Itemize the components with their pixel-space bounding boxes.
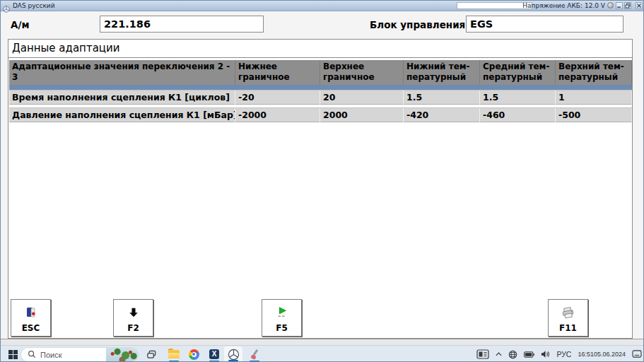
start-button[interactable] — [5, 346, 21, 362]
column-header-lower-limit: Нижнее граничное знач... — [235, 60, 320, 85]
esc-button[interactable]: ESC — [11, 299, 51, 337]
window-bottom-frame — [1, 339, 644, 345]
section-title: Данные адаптации — [8, 39, 633, 58]
titlebar-text-field[interactable] — [457, 2, 532, 9]
window-title: DAS русский — [13, 2, 55, 9]
clock-time: 16:51 — [578, 351, 594, 358]
f2-button[interactable]: F2 — [113, 299, 153, 337]
clock-date: 05.06.2024 — [594, 351, 626, 358]
folder-icon — [168, 350, 180, 358]
cell-mid-temp: 1.5 — [480, 90, 556, 105]
search-daily-image — [106, 347, 139, 362]
paint-app-button[interactable] — [245, 346, 264, 362]
table-row-clutch-fill-pressure[interactable]: Давление наполнения сцепления К1 [мБар]:… — [9, 107, 632, 122]
column-header-upper-limit: Верхнее граничное знач... — [320, 60, 404, 85]
vehicle-model-label: А/м — [11, 19, 29, 30]
column-header-low-temp: Нижний тем-пературный ... — [404, 60, 480, 85]
das-application-window: DAS русский Напряжение АКБ: 12.0 V А/м 2… — [0, 0, 644, 362]
clock[interactable]: 16:51 05.06.2024 — [578, 351, 626, 358]
exit-door-icon — [11, 304, 50, 321]
selected-row-highlight — [9, 85, 632, 90]
vehicle-model-field[interactable]: 221.186 — [100, 16, 264, 33]
cell-high-temp: 1 — [556, 90, 632, 105]
notification-center-button[interactable] — [632, 350, 642, 358]
excel-button[interactable]: X — [205, 346, 223, 362]
windows-logo-icon — [8, 350, 18, 359]
speaker-icon[interactable] — [541, 350, 550, 358]
chrome-button[interactable] — [185, 346, 203, 362]
cell-upper-limit: 20 — [320, 90, 404, 105]
paint-brush-icon — [250, 349, 260, 360]
cell-low-temp: -420 — [404, 108, 480, 123]
cell-low-temp: 1.5 — [404, 90, 480, 105]
mercedes-icon — [228, 349, 240, 361]
control-unit-label: Блок управления — [370, 19, 465, 30]
row-label: Давление наполнения сцепления К1 [мБар]: — [9, 108, 235, 123]
printer-icon — [549, 304, 587, 321]
row-label: Время наполнения сцепления К1 [циклов] — [9, 90, 235, 105]
table-row-clutch-fill-time[interactable]: Время наполнения сцепления К1 [циклов] -… — [9, 90, 632, 105]
titlebar: DAS русский Напряжение АКБ: 12.0 V — [1, 1, 644, 11]
f11-button[interactable]: F11 — [548, 299, 588, 337]
cell-lower-limit: -20 — [235, 90, 320, 105]
battery-voltage-status: Напряжение АКБ: 12.0 V — [522, 2, 605, 9]
taskbar-search[interactable]: Поиск — [21, 347, 139, 362]
task-view-button[interactable] — [142, 346, 160, 362]
status-dot-icon — [607, 2, 614, 8]
restore-button[interactable] — [624, 2, 631, 9]
column-header-high-temp: Верхний тем-пературный ... — [556, 60, 632, 85]
down-arrow-icon — [114, 304, 153, 321]
table-header-row: Адаптационные значения переключения 2 - … — [9, 60, 632, 85]
control-unit-field[interactable]: EGS — [466, 16, 623, 33]
esc-button-label: ESC — [11, 323, 50, 333]
das-app-button[interactable] — [224, 346, 242, 362]
minimize-button[interactable] — [616, 2, 623, 9]
chrome-icon — [189, 349, 199, 360]
open-app-indicator — [228, 360, 238, 361]
search-placeholder: Поиск — [40, 351, 106, 359]
column-header-parameter: Адаптационные значения переключения 2 - … — [9, 60, 235, 85]
f11-button-label: F11 — [549, 323, 587, 333]
network-globe-icon[interactable] — [508, 350, 517, 359]
system-tray: РУС 16:51 05.06.2024 — [476, 346, 642, 362]
excel-icon: X — [209, 349, 219, 359]
f2-button-label: F2 — [114, 323, 153, 333]
language-indicator[interactable]: РУС — [556, 350, 571, 358]
widgets-button[interactable] — [476, 349, 489, 359]
battery-icon[interactable] — [524, 351, 534, 358]
taskbar: Поиск X — [1, 345, 644, 362]
cell-lower-limit: -2000 — [235, 108, 320, 123]
cell-mid-temp: -460 — [480, 108, 556, 123]
cell-high-temp: -500 — [556, 108, 632, 123]
play-icon — [262, 304, 301, 321]
tray-expand-button[interactable] — [496, 352, 502, 356]
file-explorer-button[interactable] — [165, 346, 183, 362]
f5-button[interactable]: F5 — [262, 299, 302, 337]
close-button[interactable] — [636, 2, 643, 9]
column-header-mid-temp: Средний тем-пературный ... — [480, 60, 556, 85]
cell-upper-limit: 2000 — [320, 108, 404, 123]
mercedes-logo-icon — [3, 2, 10, 9]
search-icon — [28, 349, 36, 361]
f5-button-label: F5 — [262, 323, 301, 333]
